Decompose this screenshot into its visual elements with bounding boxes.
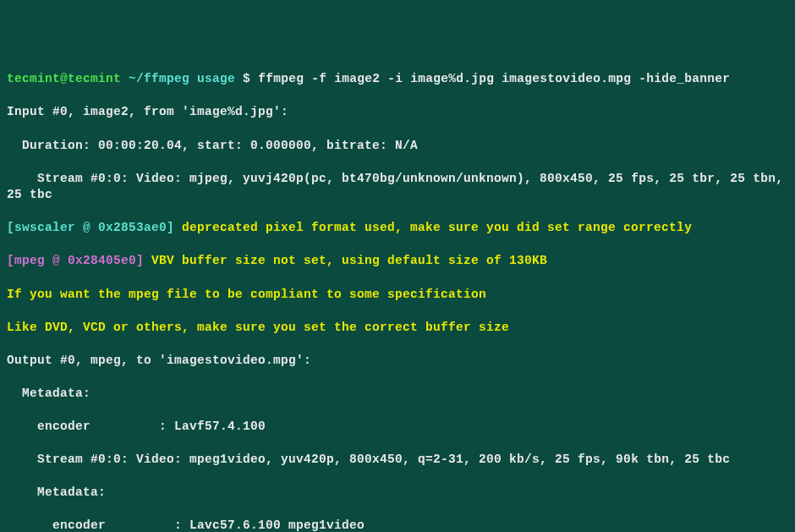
output-stream-in: Stream #0:0: Video: mjpeg, yuvj420p(pc, … [7, 171, 788, 204]
swscaler-tag: [swscaler @ 0x2853ae0] [7, 221, 174, 234]
dollar-sign: $ [243, 72, 250, 85]
output-header: Output #0, mpeg, to 'imagestovideo.mpg': [7, 353, 788, 370]
cwd: ~/ffmpeg usage [129, 72, 235, 85]
output-input-header: Input #0, image2, from 'image%d.jpg': [7, 104, 788, 121]
encoder1: encoder : Lavf57.4.100 [7, 419, 788, 436]
mpeg-line: [mpeg @ 0x28405e0] VBV buffer size not s… [7, 253, 788, 270]
compliant-line2: Like DVD, VCD or others, make sure you s… [7, 320, 788, 337]
swscaler-msg: deprecated pixel format used, make sure … [174, 221, 692, 234]
prompt-line: tecmint@tecmint ~/ffmpeg usage $ ffmpeg … [7, 71, 788, 88]
encoder2: encoder : Lavc57.6.100 mpeg1video [7, 518, 788, 532]
metadata1: Metadata: [7, 386, 788, 403]
mpeg-tag: [mpeg @ 0x28405e0] [7, 254, 144, 267]
metadata2: Metadata: [7, 485, 788, 502]
user-host: tecmint@tecmint [7, 72, 121, 85]
swscaler-line: [swscaler @ 0x2853ae0] deprecated pixel … [7, 220, 788, 237]
mpeg-msg: VBV buffer size not set, using default s… [144, 254, 547, 267]
compliant-line1: If you want the mpeg file to be complian… [7, 287, 788, 304]
command[interactable]: ffmpeg -f image2 -i image%d.jpg imagesto… [258, 72, 730, 85]
stream-out: Stream #0:0: Video: mpeg1video, yuv420p,… [7, 452, 788, 469]
output-duration: Duration: 00:00:20.04, start: 0.000000, … [7, 138, 788, 155]
